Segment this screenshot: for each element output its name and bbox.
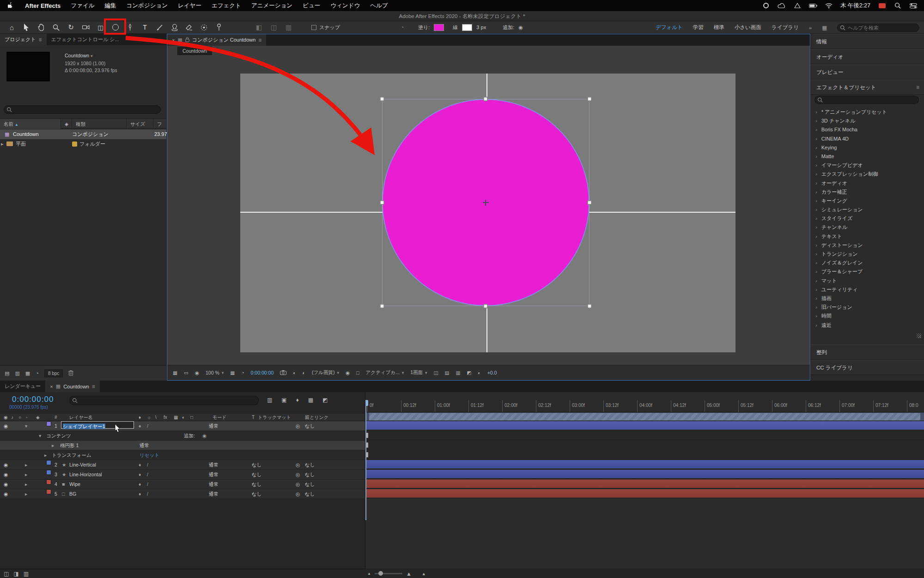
menu-item[interactable]: ビュー [303,2,320,10]
effects-category-row[interactable]: › イマーシブビデオ [811,161,924,170]
workspace-bar-icon[interactable]: ▦ [822,25,827,31]
disclosure-closed-icon[interactable]: ▸ [25,480,27,489]
parent-pickwhip-icon[interactable]: ◎ [296,489,300,499]
roto-brush-tool-icon[interactable] [199,22,209,33]
mask-feather-icon[interactable]: ◫ [268,22,279,33]
track-matte-dropdown[interactable]: なし ▾ [252,489,287,499]
tab-render-queue[interactable]: レンダーキュー [0,381,45,392]
parent-pickwhip-icon[interactable]: ◎ [296,480,300,489]
parent-pickwhip-icon[interactable]: ◎ [296,470,300,480]
expand-layer-switches-icon[interactable]: ◫ [4,571,9,577]
eye-icon[interactable]: ◉ [4,489,8,499]
app-menu-name[interactable]: After Effects [25,2,61,9]
layer-duration-bar[interactable] [365,460,924,468]
brush-tool-icon[interactable] [154,22,165,33]
menu-item[interactable]: ウィンドウ [330,2,360,10]
disclosure-closed-icon[interactable]: ▸ [52,441,54,450]
disclosure-icon[interactable]: › [815,189,817,195]
clone-stamp-tool-icon[interactable] [169,22,180,33]
quality-toggle-icon[interactable]: ♦ [139,421,141,431]
panel-grip-icon[interactable] [917,333,921,338]
effects-category-row[interactable]: › ディストーション [811,241,924,250]
workspace-item[interactable]: デフォルト [656,24,683,31]
quality-slash-icon[interactable]: / [147,470,148,480]
eye-icon[interactable]: ◉ [4,470,8,480]
panel-align-header[interactable]: 整列 [811,344,924,360]
zoom-in-mountain-icon[interactable]: ▲ [406,571,412,577]
layer-label-chip[interactable] [46,489,51,494]
primary-viewer-icon[interactable]: ▭ [184,370,188,375]
track-matte-dropdown[interactable]: なし ▾ [252,460,287,470]
parent-dropdown[interactable]: なし ▾ [305,489,349,499]
project-comp-name[interactable]: Countdown ▾ [65,53,93,58]
record-status-icon[interactable] [762,2,770,9]
effects-category-row[interactable]: › Keying [811,143,924,152]
show-snapshot-icon[interactable]: ◐ [293,370,296,375]
add-property-target-icon[interactable]: ◉ [202,431,207,441]
quality-slash-icon[interactable]: / [147,421,148,431]
panel-preview-header[interactable]: プレビュー [811,64,924,80]
layer-label-chip[interactable] [46,480,51,485]
disclosure-icon[interactable]: › [815,260,817,265]
disclosure-icon[interactable]: › [815,251,817,257]
adjustment-switch-icon[interactable]: ◐ [182,413,185,422]
active-camera-dropdown[interactable]: アクティブカ... ▾ [365,369,404,376]
eye-icon[interactable]: ◉ [4,421,8,431]
parent-dropdown[interactable]: なし ▾ [305,480,349,489]
layer-row-1[interactable]: ◉ ▾ 1 シェイプレイヤー1 ♦ / 通常 ▾ ◎ なし ▾ [0,421,365,431]
project-settings-icon[interactable]: ◔ [36,370,39,376]
project-row-countdown[interactable]: ▦ Countdown コンポジション 23.97 [0,129,166,139]
lock-column-icon[interactable]: ▫ [26,413,28,422]
timeline-zoom-slider[interactable]: ▲ ▲ ▲ [367,571,426,577]
panel-info-header[interactable]: 情報 [811,34,924,49]
ellipse-group-row[interactable]: ▸ 楕円形 1 通常 ▾ [0,441,365,450]
blend-mode-dropdown[interactable]: 通常 ▾ [209,421,244,431]
home-icon[interactable]: ⌂ [6,22,17,33]
draft-3d-icon[interactable]: ▣ [281,397,286,403]
label-column-icon[interactable]: ◈ [36,413,40,422]
threed-switch-icon[interactable]: □ [190,413,193,422]
layer-label-chip[interactable] [46,470,51,475]
effects-category-row[interactable]: › Boris FX Mocha [811,125,924,134]
t-column-label[interactable]: T [252,413,255,422]
col-name[interactable]: 名前 ▲ [0,119,61,129]
menu-item[interactable]: ファイル [71,2,94,10]
disclosure-icon[interactable]: › [815,278,817,283]
effects-category-row[interactable]: › オーディオ [811,179,924,188]
effects-category-row[interactable]: › * アニメーションプリセット [811,108,924,117]
selection-handle[interactable] [484,97,488,101]
trkmat-column-label[interactable]: トラックマット [258,413,291,422]
transform-row[interactable]: ▸ トランスフォーム リセット [0,450,365,460]
magnification-dropdown[interactable]: 100 % ▾ [206,370,224,375]
audio-column-icon[interactable]: ♪ [11,413,13,422]
effects-category-row[interactable]: › 旧バージョン [811,303,924,312]
effects-category-row[interactable]: › シミュレーション [811,205,924,214]
workspace-overflow-icon[interactable]: » [809,25,812,31]
layer-row[interactable]: ◉ ▸ 3 ★ Line-Horizontal ♦ / 通常 ▾ [0,470,365,480]
quality-toggle-icon[interactable]: ♦ [139,470,141,480]
effects-panel-menu-icon[interactable]: ≡ [916,80,919,95]
expand-inout-controls-icon[interactable]: ▥ [24,571,29,577]
new-folder-icon[interactable]: ▥ [15,370,19,376]
snap-checkbox[interactable] [311,25,316,30]
workspace-item[interactable]: 学習 [693,24,704,31]
project-search-input[interactable] [4,105,161,114]
disclosure-icon[interactable]: › [815,224,817,230]
disclosure-open-icon[interactable]: ▾ [39,431,41,441]
layer-bar-row-4[interactable] [365,479,924,489]
composition-pasteboard[interactable]: Countdown [167,46,810,365]
add-label[interactable]: 追加: [503,24,514,31]
disclosure-icon[interactable]: › [815,171,817,177]
blend-mode-dropdown[interactable]: 通常 ▾ [209,470,244,480]
tab-timeline-countdown[interactable]: × ▦ Countdown ≡ [45,381,100,392]
eye-icon[interactable]: ◉ [4,460,8,470]
layer-duration-bar[interactable] [365,480,924,488]
timeline-jump-icon[interactable]: ▥ [456,370,460,375]
disclosure-icon[interactable]: › [815,154,817,159]
effects-category-row[interactable]: › エクスプレッション制御 [811,170,924,178]
folder-label-chip[interactable] [72,141,77,147]
disclosure-closed-icon[interactable]: ▸ [25,489,27,499]
zoom-tool-icon[interactable] [51,22,61,33]
disclosure-closed-icon[interactable]: ▸ [25,460,27,470]
mask-expand-icon[interactable]: ▥ [283,22,294,33]
